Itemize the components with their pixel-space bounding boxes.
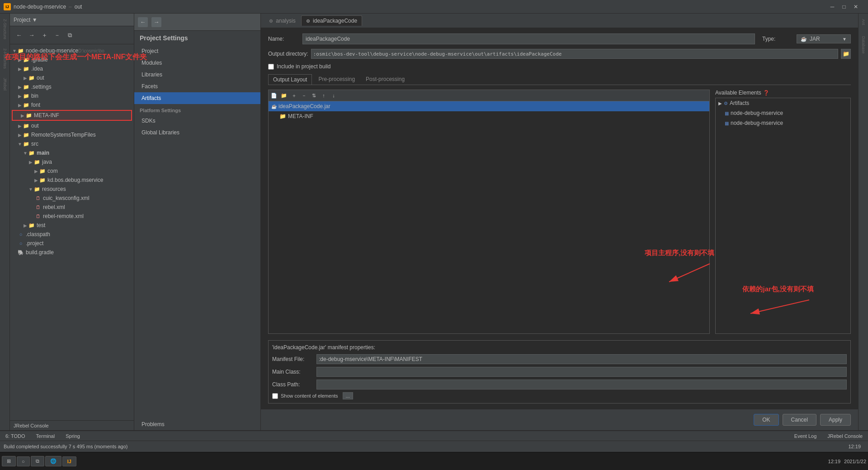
jrebel-console-label[interactable]: JRebel Console (10, 420, 134, 430)
tree-item-classpath[interactable]: ○ .classpath (10, 230, 134, 239)
tree-item-settings[interactable]: ▶ 📁 .settings (10, 82, 134, 91)
tree-item-src[interactable]: ▼ 📁 src (10, 139, 134, 148)
tab-preprocessing[interactable]: Pre-processing (314, 74, 359, 85)
layout-sort-btn[interactable]: ⇅ (309, 91, 318, 100)
tab-jrebel-console[interactable]: JRebel Console (825, 432, 865, 440)
output-dir-browse-btn[interactable]: 📁 (841, 49, 851, 59)
layout-add-btn[interactable]: 📄 (269, 91, 278, 100)
available-help-icon[interactable]: ❓ (763, 90, 769, 96)
name-input[interactable] (302, 33, 755, 44)
avail-item-artifacts[interactable]: ▶ ⚙ Artifacts (716, 98, 850, 108)
layout-create-dir-btn[interactable]: 📁 (279, 91, 288, 100)
settings-item-project[interactable]: Project (134, 45, 260, 57)
settings-item-problems[interactable]: Problems (134, 418, 260, 430)
layout-down-btn[interactable]: ↓ (329, 91, 338, 100)
include-in-build-row[interactable]: Include in project build (268, 63, 851, 70)
minus-btn[interactable]: － (52, 30, 62, 41)
layout-remove-btn[interactable]: － (299, 91, 308, 100)
settings-item-modules[interactable]: Modules (134, 57, 260, 69)
tree-item-rebelremote[interactable]: 🗒 rebel-remote.xml (10, 212, 134, 221)
tree-item-font[interactable]: ▶ 📁 font (10, 100, 134, 109)
tree-item-gradle[interactable]: ▶ 📁 .gradle (10, 55, 134, 64)
tree-item-test[interactable]: ▶ 📁 test (10, 221, 134, 230)
show-content-checkbox[interactable] (272, 393, 278, 399)
tree-item-com[interactable]: ▶ 📁 com (10, 166, 134, 176)
manifest-file-label-text: Manifest File: (272, 356, 304, 362)
settings-item-facets[interactable]: Facets (134, 81, 260, 92)
add-btn[interactable]: ＋ (39, 30, 50, 41)
tab-postprocessing[interactable]: Post-processing (361, 74, 409, 85)
forward-btn[interactable]: → (26, 30, 37, 41)
back-btn[interactable]: ← (14, 30, 24, 41)
settings-item-sdks[interactable]: SDKs (134, 115, 260, 127)
tree-label-src: src (31, 141, 38, 147)
show-content-row[interactable]: Show content of elements ... (272, 392, 847, 399)
include-in-build-checkbox[interactable] (268, 64, 274, 70)
tree-label-rebel: rebel.xml (43, 204, 65, 210)
layout-add2-btn[interactable]: ＋ (289, 91, 298, 100)
layout-up-btn[interactable]: ↑ (319, 91, 328, 100)
copy-btn[interactable]: ⧉ (64, 30, 75, 41)
tree-item-remotesystems[interactable]: ▶ 📁 RemoteSystemsTempFiles (10, 130, 134, 139)
project-header[interactable]: Project ▼ (10, 14, 134, 26)
minimize-btn[interactable]: ─ (827, 2, 837, 12)
tree-arrow-metainf: ▶ (20, 113, 25, 118)
manifest-file-row: Manifest File: (272, 354, 847, 364)
apply-button[interactable]: Apply (820, 414, 851, 426)
tree-item-metainf[interactable]: ▶ 📁 META-INF (13, 111, 131, 120)
tree-item-bin[interactable]: ▶ 📁 bin (10, 91, 134, 100)
tree-item-buildgradle[interactable]: 🐘 build.gradle (10, 248, 134, 257)
type-selector[interactable]: ☕ JAR ▼ (797, 34, 851, 43)
search-btn[interactable]: ○ (17, 456, 30, 466)
tree-item-main[interactable]: ▼ 📁 main (10, 148, 134, 157)
tab-output-layout-label: Output Layout (273, 76, 307, 83)
tree-item-java[interactable]: ▶ 📁 java (10, 157, 134, 166)
intellij-taskbar-btn[interactable]: IJ (62, 456, 76, 466)
tree-item-root[interactable]: ▼ 📁 node-debug-mservice D:\cosmic\bo (10, 46, 134, 55)
layout-item-jar[interactable]: ☕ ideaPackageCode.jar (269, 101, 709, 111)
edge-btn[interactable]: 🌐 (45, 456, 61, 466)
layout-item-metainf[interactable]: 📁 META-INF (269, 111, 709, 121)
start-btn[interactable]: ⊞ (2, 456, 16, 466)
tree-item-rebel[interactable]: 🗒 rebel.xml (10, 203, 134, 212)
tab-terminal[interactable]: Terminal (33, 432, 58, 440)
layout-tree: ☕ ideaPackageCode.jar 📁 META-INF (268, 101, 710, 334)
tree-item-out[interactable]: ▶ 📁 out (10, 121, 134, 130)
dots-btn[interactable]: ... (343, 392, 353, 399)
taskview-btn[interactable]: ⧉ (31, 456, 44, 466)
nav-forward-btn[interactable]: → (151, 17, 161, 27)
tree-item-resources[interactable]: ▼ 📁 resources (10, 185, 134, 194)
cancel-button[interactable]: Cancel (783, 414, 816, 426)
settings-item-artifacts[interactable]: Artifacts (134, 92, 260, 104)
tree-arrow-com: ▶ (33, 168, 39, 174)
tree-item-metainf-wrapper[interactable]: ▶ 📁 META-INF (12, 110, 132, 121)
main-class-input[interactable] (316, 367, 847, 377)
avail-item-mservice1[interactable]: ▦ node-debug-mservice (716, 108, 850, 118)
maximize-btn[interactable]: □ (839, 2, 849, 12)
folder-icon-src: 📁 (23, 140, 30, 147)
db-label: Database (861, 36, 866, 54)
manifest-file-input[interactable] (316, 354, 847, 364)
tree-item-out2[interactable]: ▶ 📁 out (10, 73, 134, 82)
settings-item-libraries[interactable]: Libraries (134, 69, 260, 81)
settings-item-globallibs[interactable]: Global Libraries (134, 127, 260, 138)
layout-section: 📄 📁 ＋ － ⇅ ↑ ↓ ☕ ideaPackageCode.jar (268, 90, 851, 334)
ok-button[interactable]: OK (754, 414, 778, 426)
tree-item-kdbos[interactable]: ▶ 📁 kd.bos.debug.mservice (10, 176, 134, 185)
avail-item-mservice2[interactable]: ▦ node-debug-mservice (716, 118, 850, 128)
class-path-input[interactable] (316, 380, 847, 389)
tree-item-idea[interactable]: ▶ 📁 .idea (10, 64, 134, 73)
tab-spring[interactable]: Spring (63, 432, 83, 440)
tab-eventlog[interactable]: Event Log (792, 432, 820, 440)
tree-item-project[interactable]: ○ .project (10, 239, 134, 248)
close-btn[interactable]: ✕ (851, 2, 861, 12)
tree-item-cuic[interactable]: 🗒 cuic_kwsconfig.xml (10, 194, 134, 203)
tree-label-test: test (37, 222, 45, 228)
artifact-tab-analysis[interactable]: ⚙ analysis (264, 16, 300, 26)
tab-todo[interactable]: 6: TODO (3, 432, 28, 440)
tab-output-layout[interactable]: Output Layout (268, 74, 312, 85)
output-dir-input[interactable] (311, 49, 838, 59)
tree-arrow-idea: ▶ (17, 66, 23, 71)
nav-back-btn[interactable]: ← (138, 17, 148, 27)
artifact-tab-idea[interactable]: ⚙ ideaPackageCode (301, 15, 362, 26)
